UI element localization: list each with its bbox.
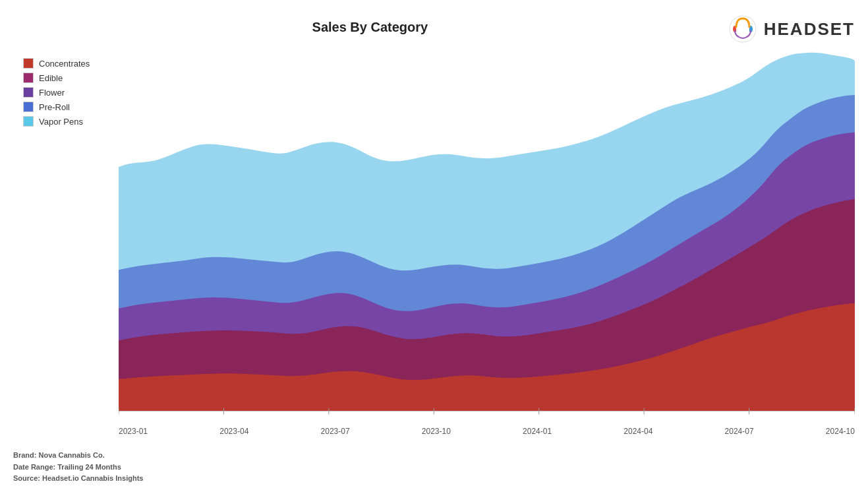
footer-brand: Brand: Nova Cannabis Co. bbox=[13, 450, 143, 462]
chart-svg bbox=[119, 51, 855, 424]
x-axis-labels: 2023-012023-042023-072023-102024-012024-… bbox=[119, 424, 855, 436]
legend-item: Concentrates bbox=[23, 58, 109, 69]
legend-item: Pre-Roll bbox=[23, 102, 109, 112]
legend-color-box bbox=[23, 116, 34, 127]
chart-area: Concentrates Edible Flower Pre-Roll Vapo… bbox=[13, 51, 855, 436]
page-container: Sales By Category HEADSET Conce bbox=[0, 0, 868, 490]
legend-item: Edible bbox=[23, 73, 109, 83]
legend-item: Vapor Pens bbox=[23, 116, 109, 127]
date-range-value: Trailing 24 Months bbox=[57, 463, 121, 471]
legend-label: Vapor Pens bbox=[39, 117, 83, 127]
x-axis-label: 2023-01 bbox=[119, 427, 148, 436]
x-axis-label: 2024-01 bbox=[523, 427, 552, 436]
x-axis-label: 2024-07 bbox=[725, 427, 754, 436]
legend-label: Pre-Roll bbox=[39, 102, 70, 112]
page-header: Sales By Category HEADSET bbox=[13, 13, 855, 45]
x-axis-label: 2024-10 bbox=[826, 427, 855, 436]
logo-text: HEADSET bbox=[764, 19, 855, 40]
chart-legend: Concentrates Edible Flower Pre-Roll Vapo… bbox=[13, 51, 119, 436]
chart-title: Sales By Category bbox=[13, 20, 727, 35]
x-axis-label: 2023-07 bbox=[321, 427, 350, 436]
chart-wrapper: 2023-012023-042023-072023-102024-012024-… bbox=[119, 51, 855, 436]
x-axis-label: 2023-10 bbox=[422, 427, 451, 436]
brand-label: Brand: bbox=[13, 451, 36, 459]
footer-date-range: Date Range: Trailing 24 Months bbox=[13, 462, 143, 474]
source-label: Source: bbox=[13, 474, 40, 482]
headset-logo-icon bbox=[727, 13, 759, 45]
x-axis-label: 2023-04 bbox=[219, 427, 248, 436]
legend-item: Flower bbox=[23, 87, 109, 98]
legend-label: Edible bbox=[39, 73, 63, 83]
footer: Brand: Nova Cannabis Co. Date Range: Tra… bbox=[13, 450, 143, 485]
brand-value: Nova Cannabis Co. bbox=[39, 451, 105, 459]
logo: HEADSET bbox=[727, 13, 855, 45]
legend-color-box bbox=[23, 102, 34, 112]
x-axis-label: 2024-04 bbox=[623, 427, 652, 436]
legend-label: Concentrates bbox=[39, 59, 90, 69]
legend-color-box bbox=[23, 58, 34, 69]
legend-label: Flower bbox=[39, 88, 65, 98]
source-value: Headset.io Cannabis Insights bbox=[42, 474, 143, 482]
footer-source: Source: Headset.io Cannabis Insights bbox=[13, 473, 143, 485]
legend-color-box bbox=[23, 73, 34, 83]
legend-color-box bbox=[23, 87, 34, 98]
date-range-label: Date Range: bbox=[13, 463, 55, 471]
